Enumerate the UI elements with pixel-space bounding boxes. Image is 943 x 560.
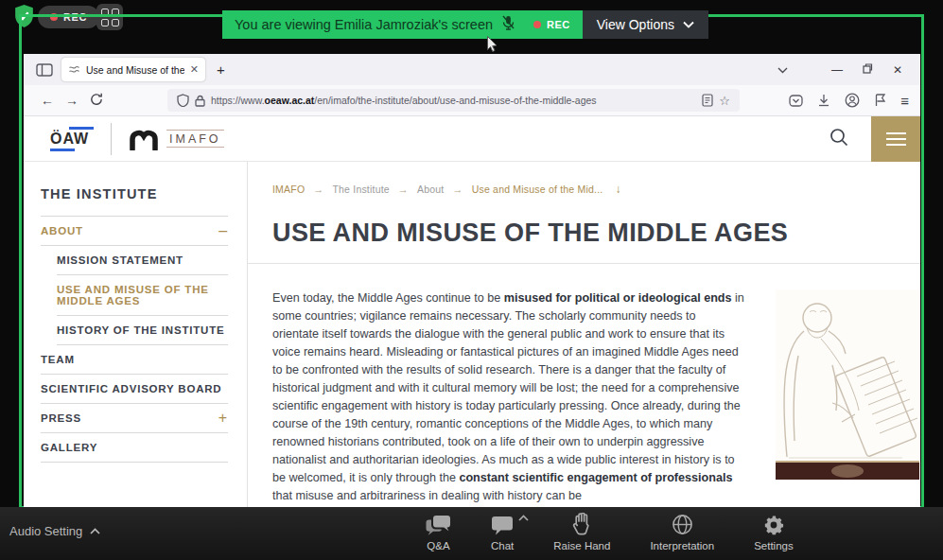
- tab-favicon-icon: [68, 64, 80, 75]
- nav-bar-actions: ≡: [789, 93, 909, 109]
- hamburger-icon: [886, 132, 906, 134]
- breadcrumb-arrow-icon: →: [313, 184, 323, 195]
- hamburger-icon: [886, 144, 906, 146]
- browser-tab[interactable]: Use and Misuse of the Middle / ✕: [61, 58, 205, 81]
- sidebar-item-press[interactable]: PRESS +: [41, 404, 228, 433]
- chevron-up-icon[interactable]: [518, 515, 529, 521]
- tracking-protection-shield-icon: [177, 94, 189, 107]
- downloads-icon[interactable]: [817, 94, 830, 107]
- forward-button[interactable]: →: [60, 93, 84, 108]
- search-icon: [829, 128, 848, 147]
- webpage: ÖAW IMAFO THE INSTITUTE: [24, 116, 920, 507]
- breadcrumb: IMAFO → The Institute → About → Use and …: [272, 183, 920, 196]
- page-title-section: USE AND MISUSE OF THE MIDDLE AGES: [248, 219, 920, 264]
- sidebar-item-scientific-advisory-board[interactable]: SCIENTIFIC ADVISORY BOARD: [41, 375, 228, 404]
- banner-rec-label: REC: [547, 19, 570, 30]
- expand-icon[interactable]: +: [218, 412, 228, 424]
- chat-icon: [491, 516, 514, 535]
- sidebar-item-label: TEAM: [41, 354, 75, 365]
- manuscript-border-band: [776, 461, 919, 480]
- browser-tab-bar: Use and Misuse of the Middle / ✕ + — ✕: [24, 54, 920, 85]
- bold-text: misused for political or ideological end…: [504, 291, 732, 305]
- url-text: https://www.oeaw.ac.at/en/imafo/the-inst…: [211, 95, 696, 106]
- mouse-cursor-icon: [486, 35, 498, 57]
- gear-icon: [763, 515, 784, 535]
- imafo-logo[interactable]: IMAFO: [129, 128, 224, 150]
- restore-icon: [863, 63, 873, 74]
- manuscript-image: [776, 289, 919, 480]
- sidebar-item-mission-statement[interactable]: MISSION STATEMENT: [57, 246, 228, 275]
- sidebar-item-label: MISSION STATEMENT: [57, 254, 183, 266]
- oaw-logo-bar: [69, 127, 94, 130]
- app-menu-icon[interactable]: ≡: [900, 93, 909, 109]
- screen: REC You are viewing Emilia Jamroziak's s…: [0, 0, 943, 560]
- page-title: USE AND MISUSE OF THE MIDDLE AGES: [272, 219, 920, 248]
- audio-setting-button[interactable]: Audio Setting: [9, 524, 100, 538]
- breadcrumb-link[interactable]: The Institute: [332, 184, 389, 195]
- chat-button[interactable]: Chat: [491, 513, 514, 551]
- settings-button[interactable]: Settings: [754, 513, 794, 551]
- bookmark-star-icon[interactable]: ☆: [719, 94, 730, 108]
- site-search-button[interactable]: [829, 128, 848, 150]
- article-paragraph: Even today, the Middle Ages continue to …: [272, 289, 745, 505]
- sidebar-title: THE INSTITUTE: [41, 186, 228, 217]
- anchor-down-icon[interactable]: ↓: [615, 183, 620, 196]
- breadcrumb-arrow-icon: →: [453, 184, 463, 195]
- sidebar-item-gallery[interactable]: GALLERY: [41, 433, 228, 463]
- interpretation-button[interactable]: Interpretation: [650, 513, 714, 551]
- mic-muted-icon: [501, 15, 515, 35]
- close-window-button[interactable]: ✕: [882, 63, 913, 77]
- lock-icon: [195, 95, 205, 107]
- viewing-banner-text: You are viewing Emilia Jamroziak's scree…: [235, 17, 493, 32]
- view-options-button[interactable]: View Options: [583, 10, 708, 39]
- site-menu-button[interactable]: [871, 116, 920, 162]
- toolbar-button-label: Settings: [754, 540, 794, 551]
- url-bar[interactable]: https://www.oeaw.ac.at/en/imafo/the-inst…: [167, 89, 740, 112]
- sidebar-item-label: USE AND MISUSE OF THE MIDDLE AGES: [57, 284, 228, 306]
- extension-icon[interactable]: [874, 94, 886, 107]
- list-all-tabs-button[interactable]: [767, 63, 797, 77]
- pocket-save-icon[interactable]: [789, 94, 803, 108]
- hamburger-icon: [886, 138, 906, 140]
- manuscript-medallion: [831, 464, 864, 478]
- firefox-view-button[interactable]: [31, 62, 58, 78]
- site-body: THE INSTITUTE ABOUT – MISSION STATEMENT …: [24, 162, 920, 507]
- chevron-down-icon: [683, 21, 694, 28]
- article-row: Even today, the Middle Ages continue to …: [272, 289, 920, 505]
- sidebar-item-label: SCIENTIFIC ADVISORY BOARD: [41, 383, 221, 394]
- breadcrumb-link[interactable]: About: [417, 184, 444, 195]
- qa-button[interactable]: Q&A: [426, 513, 451, 551]
- sidebar-item-history[interactable]: HISTORY OF THE INSTITUTE: [57, 316, 228, 345]
- zoom-bottom-toolbar: Audio Setting Q&A Chat Raise Hand I: [0, 507, 943, 560]
- oaw-logo[interactable]: ÖAW: [50, 127, 94, 151]
- browser-window: Use and Misuse of the Middle / ✕ + — ✕ ←…: [24, 54, 920, 507]
- restore-button[interactable]: [852, 63, 882, 77]
- url-domain: oeaw.ac.at: [265, 95, 315, 106]
- imafo-logo-text: IMAFO: [166, 130, 224, 148]
- oaw-logo-text: ÖAW: [50, 131, 94, 147]
- back-button[interactable]: ←: [35, 93, 60, 108]
- browser-nav-bar: ← → https://www.oeaw.ac.at/en/imafo/the-…: [24, 85, 920, 116]
- breadcrumb-arrow-icon: →: [398, 184, 409, 195]
- reload-icon: [90, 93, 103, 106]
- sidebar-item-team[interactable]: TEAM: [41, 345, 228, 375]
- reader-view-icon[interactable]: [702, 94, 713, 107]
- window-controls: — ✕: [767, 63, 913, 77]
- sidebar-item-about[interactable]: ABOUT –: [41, 217, 228, 246]
- audio-setting-label: Audio Setting: [9, 524, 82, 538]
- minimize-button[interactable]: —: [822, 63, 852, 77]
- raise-hand-button[interactable]: Raise Hand: [553, 513, 610, 551]
- sidebar-item-label: HISTORY OF THE INSTITUTE: [57, 324, 224, 336]
- chevron-up-icon: [90, 528, 100, 534]
- qa-icon: [426, 515, 451, 535]
- collapse-icon[interactable]: –: [218, 225, 228, 236]
- account-icon[interactable]: [845, 93, 860, 108]
- globe-icon: [672, 514, 693, 535]
- breadcrumb-link[interactable]: IMAFO: [272, 184, 305, 195]
- new-tab-button[interactable]: +: [217, 61, 225, 78]
- scribe-illustration: [776, 289, 919, 480]
- reload-button[interactable]: [84, 93, 109, 109]
- tab-close-icon[interactable]: ✕: [190, 63, 199, 76]
- main-content: IMAFO → The Institute → About → Use and …: [248, 162, 920, 507]
- sidebar-item-use-and-misuse[interactable]: USE AND MISUSE OF THE MIDDLE AGES: [57, 275, 228, 316]
